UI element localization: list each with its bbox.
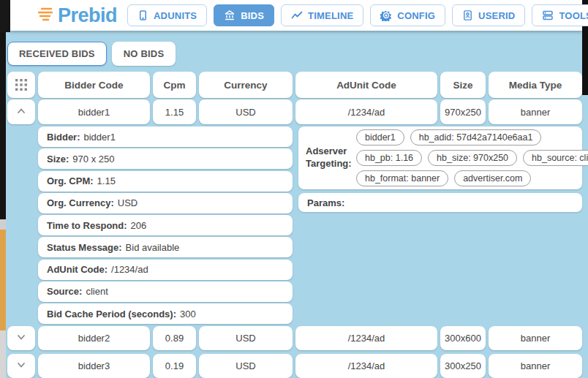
tab-config[interactable]: CONFIG: [370, 4, 445, 26]
adunits-phone-icon: [137, 10, 148, 21]
header-bar: Prebid ADUNITS: [10, 0, 582, 31]
tools-stack-icon: [542, 10, 554, 21]
cell-bidder-code: bidder2: [38, 326, 150, 350]
tab-adunits[interactable]: ADUNITS: [127, 4, 207, 26]
params-label: Params:: [307, 197, 344, 208]
cell-currency: USD: [199, 326, 293, 350]
detail-org-cpm: Org. CPM:1.15: [38, 171, 293, 192]
timeline-chart-icon: [291, 10, 303, 21]
tab-label: USERID: [478, 10, 515, 21]
cell-bidder-code: bidder1: [38, 99, 150, 124]
tab-timeline[interactable]: TIMELINE: [281, 4, 363, 26]
tab-bids[interactable]: BIDS: [214, 4, 274, 26]
bids-bank-icon: [224, 10, 235, 21]
targeting-chip: hb_pb: 1.16: [356, 150, 422, 166]
tab-label: BIDS: [241, 10, 264, 21]
column-header-cpm: Cpm: [153, 72, 196, 98]
detail-adunit-code: AdUnit Code:/1234/ad: [38, 260, 293, 280]
targeting-chips: bidder1 hb_adid: 57d42a7140e6aa1 hb_pb: …: [356, 129, 588, 186]
column-header-adunit-code: AdUnit Code: [295, 72, 437, 98]
row-collapse-button[interactable]: [7, 99, 35, 124]
detail-bidder: Bidder:bidder1: [38, 126, 293, 147]
page-edge-left-orange: [0, 230, 6, 330]
nav-tabs: ADUNITS BIDS TIMELINE: [127, 4, 588, 26]
no-bids-button[interactable]: NO BIDS: [112, 42, 176, 66]
tab-label: CONFIG: [397, 10, 435, 21]
config-gear-icon: [380, 10, 392, 21]
tab-label: ADUNITS: [154, 10, 197, 21]
column-header-bidder-code: Bidder Code: [38, 72, 150, 98]
targeting-chip: hb_format: banner: [356, 170, 448, 186]
detail-time-to-respond: Time to Respond:206: [38, 215, 293, 235]
cell-adunit-code: /1234/ad: [295, 99, 437, 124]
bids-panel: RECEIVED BIDS NO BIDS Bidder Code Cpm Cu…: [7, 42, 582, 378]
bid-detail-right-column: Adserver Targeting: bidder1 hb_adid: 57d…: [298, 126, 582, 324]
detail-org-currency: Org. Currency:USD: [38, 193, 293, 213]
detail-bid-cache-period: Bid Cache Period (seconds):300: [38, 303, 293, 324]
received-bids-button[interactable]: RECEIVED BIDS: [7, 42, 107, 66]
bid-details-panel: Bidder:bidder1 Size:970 x 250 Org. CPM:1…: [38, 126, 582, 324]
column-header-media-type: Media Type: [489, 72, 582, 98]
table-row: bidder1 1.15 USD /1234/ad 970x250 banner: [7, 99, 582, 124]
cell-currency: USD: [199, 99, 293, 124]
targeting-chip: hb_adid: 57d42a7140e6aa1: [410, 129, 542, 145]
grid-icon: [7, 72, 35, 98]
targeting-chip: hb_source: client: [523, 150, 588, 166]
detail-size: Size:970 x 250: [38, 148, 293, 169]
cell-cpm: 0.19: [153, 354, 196, 378]
table-row: bidder2 0.89 USD /1234/ad 300x600 banner: [7, 326, 582, 350]
tab-label: TOOLS: [559, 10, 588, 21]
cell-cpm: 0.89: [153, 326, 196, 350]
table-header-row: Bidder Code Cpm Currency AdUnit Code Siz…: [7, 72, 582, 98]
row-expand-button[interactable]: [7, 354, 35, 378]
adserver-targeting-box: Adserver Targeting: bidder1 hb_adid: 57d…: [298, 126, 582, 189]
cell-cpm: 1.15: [153, 99, 196, 124]
params-box: Params:: [298, 193, 582, 212]
bids-filter-buttons: RECEIVED BIDS NO BIDS: [7, 42, 582, 66]
page-edge-left-gray-bottom: [0, 330, 6, 378]
prebid-logo-lines-icon: [37, 7, 53, 24]
cell-media-type: banner: [489, 326, 582, 350]
column-header-currency: Currency: [199, 72, 293, 98]
cell-size: 300x600: [440, 326, 486, 350]
detail-source: Source:client: [38, 281, 293, 302]
tab-tools[interactable]: TOOLS: [532, 4, 588, 26]
cell-size: 300x250: [440, 354, 486, 378]
row-expand-button[interactable]: [7, 326, 35, 350]
logo-text: Prebid: [58, 4, 117, 27]
column-header-size: Size: [440, 72, 486, 98]
cell-size: 970x250: [440, 99, 486, 124]
tab-userid[interactable]: USERID: [452, 4, 525, 26]
chevron-down-icon: [15, 359, 27, 373]
targeting-chip: bidder1: [356, 129, 404, 145]
cell-adunit-code: /1234/ad: [295, 326, 437, 350]
cell-bidder-code: bidder3: [38, 354, 150, 378]
page-edge-top-left: [0, 0, 10, 32]
table-row: bidder3 0.19 USD /1234/ad 300x250 banner: [7, 354, 582, 378]
page-edge-left-dark: [0, 32, 6, 219]
chevron-down-icon: [15, 331, 27, 345]
bid-detail-fields: Bidder:bidder1 Size:970 x 250 Org. CPM:1…: [38, 126, 293, 324]
prebid-logo: Prebid: [37, 4, 117, 27]
cell-media-type: banner: [489, 99, 582, 124]
targeting-chip: hb_size: 970x250: [428, 150, 517, 166]
cell-adunit-code: /1234/ad: [295, 354, 437, 378]
page-edge-left-gray: [0, 219, 6, 230]
detail-status-message: Status Message:Bid available: [38, 237, 293, 257]
adserver-targeting-label: Adserver Targeting:: [306, 145, 353, 170]
cell-media-type: banner: [489, 354, 582, 378]
cell-currency: USD: [199, 354, 293, 378]
chevron-up-icon: [15, 105, 27, 119]
targeting-chip: advertiser.com: [454, 170, 531, 186]
tab-label: TIMELINE: [308, 10, 353, 21]
userid-document-icon: [462, 10, 473, 21]
